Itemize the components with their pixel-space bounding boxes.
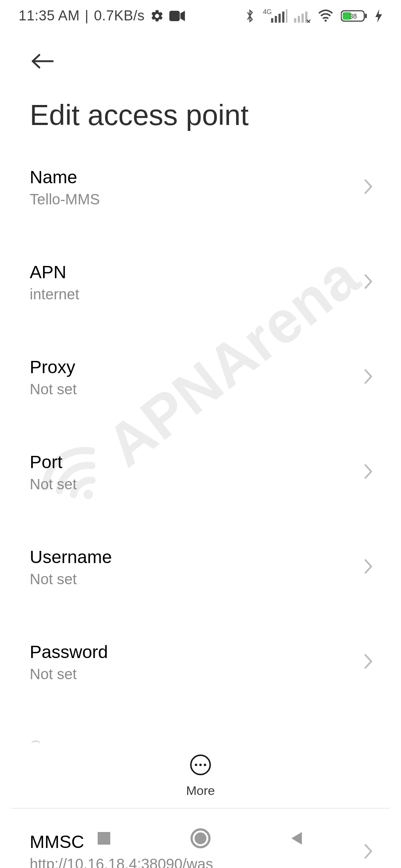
svg-rect-5 xyxy=(286,9,287,23)
system-nav-bar xyxy=(0,809,401,868)
status-net-speed: 0.7KB/s xyxy=(94,8,145,24)
signal-primary: 4G xyxy=(262,9,287,23)
more-label: More xyxy=(186,783,215,798)
header: Edit access point xyxy=(0,32,401,143)
svg-rect-0 xyxy=(169,11,180,21)
circle-icon xyxy=(190,828,211,849)
field-value: Tello-MMS xyxy=(30,191,371,208)
svg-rect-1 xyxy=(271,18,273,23)
mobile-gen-label: 4G xyxy=(263,8,272,16)
field-name[interactable]: Name Tello-MMS xyxy=(30,147,371,228)
field-label: Password xyxy=(30,642,371,662)
back-button[interactable] xyxy=(30,46,59,76)
more-icon xyxy=(189,753,212,778)
battery-pct-text: 38 xyxy=(349,13,357,20)
field-password[interactable]: Password Not set xyxy=(30,621,371,703)
svg-rect-13 xyxy=(365,14,367,18)
status-left: 11:35 AM | 0.7KB/s xyxy=(19,8,185,24)
field-label: APN xyxy=(30,262,371,282)
svg-rect-20 xyxy=(98,832,110,845)
svg-point-19 xyxy=(204,763,206,766)
nav-recent-button[interactable] xyxy=(89,823,119,853)
svg-point-22 xyxy=(195,832,206,844)
bottom-bar: More xyxy=(0,744,401,807)
svg-rect-9 xyxy=(305,11,307,23)
arrow-left-icon xyxy=(30,52,56,70)
field-port[interactable]: Port Not set xyxy=(30,431,371,513)
field-label: Proxy xyxy=(30,357,371,377)
field-apn[interactable]: APN internet xyxy=(30,241,371,323)
field-label: Name xyxy=(30,167,371,187)
field-value: Not set xyxy=(30,666,371,683)
status-right: 4G 38 xyxy=(244,8,382,24)
svg-rect-3 xyxy=(278,14,281,23)
charging-icon xyxy=(375,9,382,23)
chevron-right-icon xyxy=(363,368,374,386)
field-value: internet xyxy=(30,286,371,303)
field-proxy[interactable]: Proxy Not set xyxy=(30,336,371,418)
svg-rect-4 xyxy=(282,11,284,23)
field-username[interactable]: Username Not set xyxy=(30,526,371,608)
nav-home-button[interactable] xyxy=(186,823,215,853)
svg-point-17 xyxy=(195,763,197,766)
svg-rect-8 xyxy=(301,14,304,23)
settings-icon xyxy=(150,9,164,23)
signal-secondary xyxy=(294,9,310,23)
triangle-left-icon xyxy=(288,830,306,847)
chevron-right-icon xyxy=(363,558,374,576)
more-button[interactable]: More xyxy=(186,753,215,798)
status-divider: | xyxy=(85,8,89,24)
camera-icon xyxy=(169,10,185,22)
field-value: Not set xyxy=(30,381,371,398)
chevron-right-icon xyxy=(363,178,374,196)
square-icon xyxy=(95,830,113,847)
svg-point-18 xyxy=(199,763,202,766)
bluetooth-icon xyxy=(244,8,255,24)
svg-point-10 xyxy=(325,19,327,22)
svg-rect-2 xyxy=(275,16,277,23)
field-label: Username xyxy=(30,547,371,567)
chevron-right-icon xyxy=(363,463,374,481)
chevron-right-icon xyxy=(363,653,374,671)
wifi-icon xyxy=(317,9,334,23)
field-label: Port xyxy=(30,452,371,472)
chevron-right-icon xyxy=(363,273,374,291)
status-bar: 11:35 AM | 0.7KB/s 4G 38 xyxy=(0,0,401,32)
field-value: Not set xyxy=(30,571,371,588)
field-value: Not set xyxy=(30,476,371,493)
svg-rect-7 xyxy=(298,16,300,23)
nav-back-button[interactable] xyxy=(282,823,312,853)
status-time: 11:35 AM xyxy=(19,8,80,24)
svg-rect-6 xyxy=(294,18,296,23)
page-title: Edit access point xyxy=(30,98,371,132)
battery-icon: 38 xyxy=(341,9,368,23)
